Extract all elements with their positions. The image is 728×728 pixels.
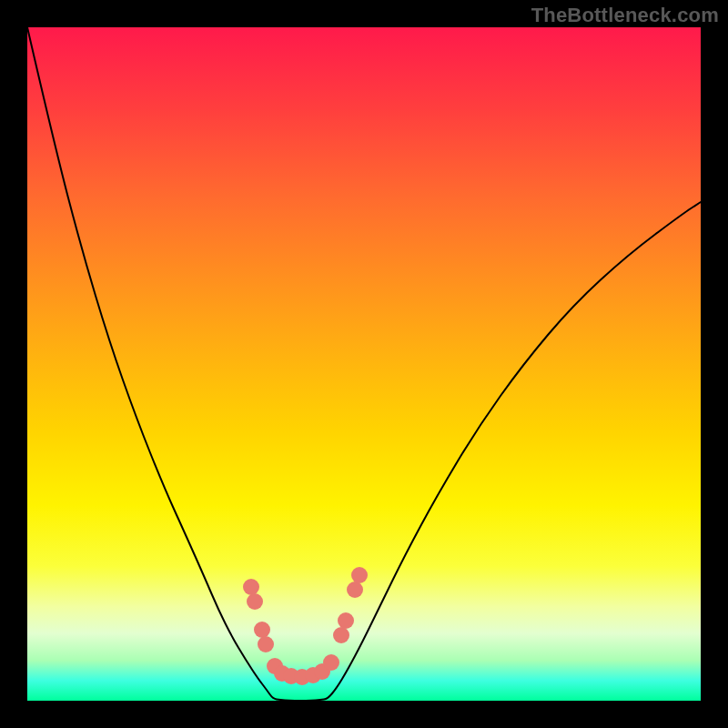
marker-dot	[347, 581, 363, 598]
bottleneck-curve	[27, 27, 701, 701]
marker-dot	[323, 654, 339, 671]
marker-dot	[258, 636, 274, 652]
watermark-text: TheBottleneck.com	[531, 4, 719, 27]
marker-dot	[338, 612, 354, 629]
marker-dot	[243, 579, 259, 595]
chart-frame: TheBottleneck.com	[0, 0, 728, 728]
marker-dot	[333, 627, 349, 643]
marker-dot	[254, 622, 270, 638]
marker-dot	[351, 567, 368, 583]
curve-svg	[27, 27, 701, 701]
plot-area	[27, 27, 701, 701]
marker-dot	[247, 593, 263, 610]
